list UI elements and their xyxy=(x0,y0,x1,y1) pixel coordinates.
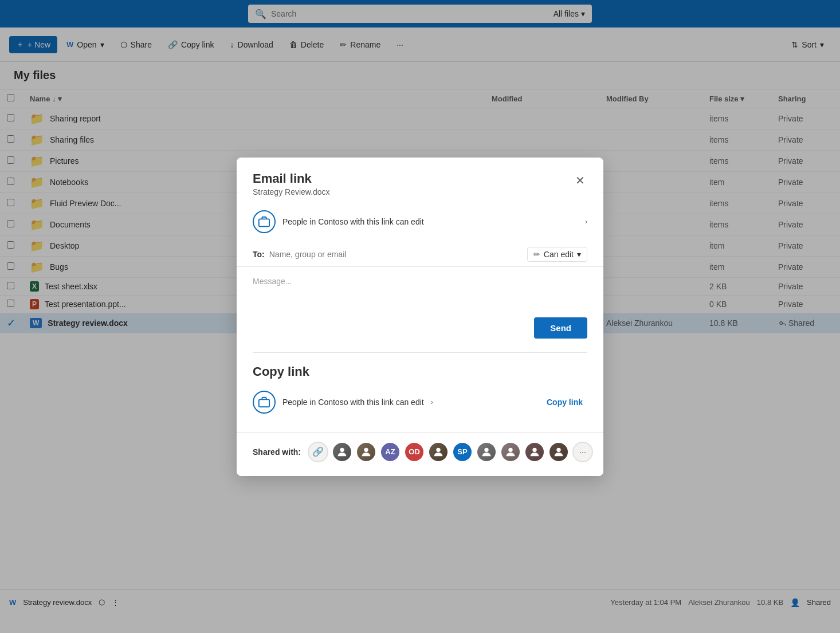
copy-link-title: Copy link xyxy=(253,364,587,379)
avatar-sp: SP xyxy=(452,442,473,462)
avatar-5 xyxy=(500,442,521,462)
can-edit-label: Can edit xyxy=(544,250,574,259)
pencil-icon: ✏ xyxy=(533,250,540,259)
link-share-avatar: 🔗 xyxy=(308,442,328,462)
share-modal: Email link Strategy Review.docx ✕ People… xyxy=(237,158,603,476)
modal-subtitle: Strategy Review.docx xyxy=(253,187,330,196)
svg-rect-1 xyxy=(259,219,269,226)
email-link-settings-row[interactable]: People in Contoso with this link can edi… xyxy=(237,201,603,242)
copy-link-settings[interactable]: People in Contoso with this link can edi… xyxy=(253,391,433,414)
avatar-6 xyxy=(524,442,545,462)
avatar-az: AZ xyxy=(380,442,401,462)
avatar-1 xyxy=(332,442,352,462)
message-placeholder: Message... xyxy=(253,277,292,286)
message-area[interactable]: Message... xyxy=(237,267,603,313)
modal-overlay[interactable]: Email link Strategy Review.docx ✕ People… xyxy=(0,0,840,633)
copy-link-button[interactable]: Copy link xyxy=(542,395,587,409)
modal-close-button[interactable]: ✕ xyxy=(573,171,587,190)
shared-with-label: Shared with: xyxy=(253,447,301,457)
to-field-row: To: ✏ Can edit ▾ xyxy=(237,242,603,267)
svg-point-4 xyxy=(364,447,368,451)
email-link-settings-text: People in Contoso with this link can edi… xyxy=(282,217,578,226)
svg-point-6 xyxy=(484,447,488,451)
avatar-4 xyxy=(476,442,497,462)
avatar-2 xyxy=(356,442,376,462)
copy-link-settings-text: People in Contoso with this link can edi… xyxy=(282,398,424,407)
link-settings-icon xyxy=(253,210,276,233)
copy-link-row: People in Contoso with this link can edi… xyxy=(253,386,587,418)
send-row: Send xyxy=(237,313,603,352)
link-settings-chevron-icon: › xyxy=(585,218,587,226)
svg-point-9 xyxy=(556,447,560,451)
to-label: To: xyxy=(253,250,265,259)
avatar-7 xyxy=(548,442,569,462)
copy-link-settings-icon xyxy=(253,391,276,414)
to-input[interactable] xyxy=(269,250,523,259)
send-button[interactable]: Send xyxy=(534,317,587,339)
svg-point-3 xyxy=(340,447,344,451)
avatar-od: OD xyxy=(404,442,425,462)
avatar-3 xyxy=(428,442,449,462)
can-edit-chevron-icon: ▾ xyxy=(577,250,581,259)
copy-link-section: Copy link People in Contoso with this li… xyxy=(237,353,603,427)
shared-with-section: Shared with: 🔗 AZ OD SP xyxy=(237,432,603,476)
svg-point-5 xyxy=(436,447,440,451)
can-edit-button[interactable]: ✏ Can edit ▾ xyxy=(527,247,587,262)
modal-title: Email link xyxy=(253,171,330,186)
avatar-more-button[interactable]: ··· xyxy=(572,442,593,462)
svg-point-8 xyxy=(532,447,536,451)
svg-rect-2 xyxy=(259,399,269,407)
avatar-row: 🔗 AZ OD SP xyxy=(308,442,593,462)
modal-header: Email link Strategy Review.docx ✕ xyxy=(237,158,603,201)
svg-point-7 xyxy=(508,447,512,451)
copy-link-chevron-icon: › xyxy=(431,398,433,406)
modal-title-group: Email link Strategy Review.docx xyxy=(253,171,330,196)
